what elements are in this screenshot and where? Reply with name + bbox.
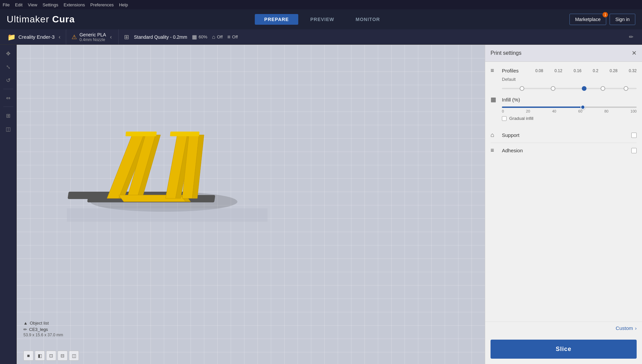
infill-row: ▦ Infill (%) <box>491 96 637 103</box>
profile-thumb-active[interactable] <box>582 86 586 91</box>
menu-extensions[interactable]: Extensions <box>64 2 85 7</box>
adhesion-icon: ≡ <box>227 34 230 40</box>
chevron-up-icon: ▲ <box>23 321 28 326</box>
profile-values: 0.08 0.12 0.16 0.2 0.28 0.32 <box>535 68 637 73</box>
support-section-row: ⌂ Support <box>491 128 637 143</box>
viewport[interactable]: ▲ Object list ✏ CE3_legs 53.9 x 15.6 x 3… <box>17 45 485 364</box>
object-list-label: Object list <box>30 321 49 326</box>
profile-val-1: 0.12 <box>554 68 562 73</box>
view-mode-material[interactable]: ◫ <box>69 351 79 361</box>
printer-section: 📁 Creality Ender-3 ‹ <box>3 29 66 44</box>
object-dimensions: 53.9 x 15.6 x 37.0 mm <box>23 333 63 337</box>
pencil-icon: ✏ <box>23 327 27 332</box>
marketplace-button[interactable]: Marketplace 1 <box>569 14 606 25</box>
close-settings-button[interactable]: ✕ <box>632 49 637 57</box>
tool-scale[interactable]: ⤡ <box>2 61 14 73</box>
toolbar: 📁 Creality Ender-3 ‹ ⚠ Generic PLA 0.4mm… <box>0 29 642 45</box>
menu-file[interactable]: File <box>3 2 10 7</box>
object-list-header[interactable]: ▲ Object list <box>23 321 63 326</box>
menubar: File Edit View Settings Extensions Prefe… <box>0 0 642 9</box>
custom-button-row: Custom › <box>485 322 642 334</box>
nav-preview[interactable]: PREVIEW <box>301 14 344 25</box>
slice-container: Slice <box>485 334 642 364</box>
view-mode-layers[interactable]: ⊡ <box>46 351 56 361</box>
profiles-label: Profiles <box>502 68 529 73</box>
object-name-row: ✏ CE3_legs <box>23 327 63 332</box>
tool-mirror[interactable]: ⇔ <box>2 92 14 104</box>
edit-settings-button[interactable]: ✏ <box>629 34 633 40</box>
nav-prepare[interactable]: PREPARE <box>255 14 298 25</box>
menu-edit[interactable]: Edit <box>15 2 22 7</box>
tool-rotate[interactable]: ↺ <box>2 74 14 86</box>
warning-icon: ⚠ <box>72 33 77 41</box>
profile-thumb-1[interactable] <box>551 86 555 91</box>
custom-button[interactable]: Custom › <box>616 325 637 331</box>
gradual-infill-label: Gradual infill <box>509 116 533 121</box>
profile-val-3: 0.2 <box>593 68 599 73</box>
profile-val-0: 0.08 <box>535 68 543 73</box>
infill-section: ▦ Infill (%) 0 20 40 60 80 100 <box>491 96 637 121</box>
menu-preferences[interactable]: Preferences <box>90 2 114 7</box>
printer-name[interactable]: Creality Ender-3 <box>18 34 55 40</box>
profiles-section: ≡ Profiles 0.08 0.12 0.16 0.2 0.28 0.32 … <box>491 67 637 89</box>
left-sidebar: ✥ ⤡ ↺ ⇔ ⊞ ◫ <box>0 45 17 364</box>
object-info: ▲ Object list ✏ CE3_legs 53.9 x 15.6 x 3… <box>23 321 63 337</box>
quality-label[interactable]: Standard Quality - 0.2mm <box>134 34 187 40</box>
profile-thumb-4[interactable] <box>624 86 628 91</box>
infill-label-0: 0 <box>502 109 504 113</box>
header: Ultimaker Cura PREPARE PREVIEW MONITOR M… <box>0 9 642 29</box>
tool-move[interactable]: ✥ <box>2 47 14 59</box>
adhesion-checkbox[interactable] <box>631 148 637 153</box>
support-checkbox[interactable] <box>631 133 637 138</box>
gradual-infill-checkbox[interactable] <box>502 116 507 121</box>
nav-monitor[interactable]: MONITOR <box>346 14 390 25</box>
settings-body: ≡ Profiles 0.08 0.12 0.16 0.2 0.28 0.32 … <box>485 62 642 322</box>
infill-icon: ▦ <box>192 34 197 40</box>
view-mode-xray[interactable]: ◧ <box>35 351 45 361</box>
support-off: Off <box>217 34 223 39</box>
nozzle-size: 0.4mm Nozzle <box>80 37 106 42</box>
menu-view[interactable]: View <box>28 2 37 7</box>
adhesion-section-label: Adhesion <box>502 148 529 153</box>
folder-icon: 📁 <box>7 33 16 41</box>
tool-per-model[interactable]: ◫ <box>2 123 14 135</box>
view-mode-solid[interactable]: ■ <box>23 351 33 361</box>
menu-settings[interactable]: Settings <box>42 2 58 7</box>
infill-label: Infill (%) <box>502 97 529 103</box>
3d-model <box>67 61 268 228</box>
quality-section: ⊞ Standard Quality - 0.2mm ▦ 60% ⌂ Off ≡… <box>119 29 639 44</box>
profile-thumb-3[interactable] <box>601 86 605 91</box>
sidebar-divider-1 <box>3 89 13 89</box>
nav-buttons: PREPARE PREVIEW MONITOR <box>255 14 389 25</box>
material-arrow-btn[interactable]: ‹ <box>109 33 113 41</box>
infill-label-2: 40 <box>552 109 556 113</box>
signin-button[interactable]: Sign in <box>610 14 635 25</box>
profile-track[interactable] <box>502 88 637 89</box>
profile-val-2: 0.16 <box>574 68 581 73</box>
chevron-right-icon: › <box>635 325 637 331</box>
support-control: ⌂ Off <box>212 34 223 40</box>
profile-val-5: 0.32 <box>629 68 637 73</box>
printer-arrow-btn[interactable]: ‹ <box>57 33 62 41</box>
infill-slider-thumb[interactable] <box>580 105 585 110</box>
infill-slider-container: 0 20 40 60 80 100 <box>502 107 637 113</box>
material-name[interactable]: Generic PLA <box>80 32 106 37</box>
sidebar-divider-2 <box>3 107 13 107</box>
material-section: ⚠ Generic PLA 0.4mm Nozzle ‹ <box>66 29 119 44</box>
menu-help[interactable]: Help <box>119 2 128 7</box>
tool-support[interactable]: ⊞ <box>2 110 14 122</box>
settings-panel-header: Print settings ✕ <box>485 45 642 62</box>
adhesion-section-icon: ≡ <box>491 147 499 154</box>
view-mode-wireframe[interactable]: ⊟ <box>58 351 68 361</box>
support-section-label: Support <box>502 132 529 138</box>
quality-settings-icon: ⊞ <box>124 33 129 41</box>
slice-button[interactable]: Slice <box>491 340 637 359</box>
infill-slider-track[interactable] <box>502 107 637 108</box>
object-name: CE3_legs <box>29 327 48 332</box>
infill-percent: 60% <box>199 34 207 39</box>
profiles-row: ≡ Profiles 0.08 0.12 0.16 0.2 0.28 0.32 <box>491 67 637 74</box>
profile-thumb-0[interactable] <box>520 86 524 91</box>
print-settings-panel: Print settings ✕ ≡ Profiles 0.08 0.12 0.… <box>485 45 642 364</box>
profiles-icon: ≡ <box>491 67 499 74</box>
adhesion-section-row: ≡ Adhesion <box>491 143 637 158</box>
